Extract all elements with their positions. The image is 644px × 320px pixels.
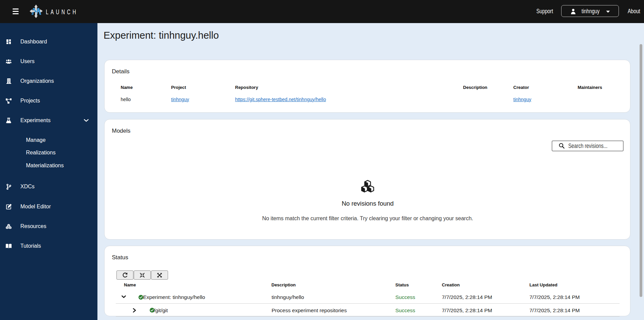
sidebar-subitem-manage[interactable]: Manage	[0, 134, 97, 147]
status-header-creation: Creation	[442, 282, 460, 287]
sidebar-item-model-editor[interactable]: Model Editor	[0, 200, 97, 213]
sidebar-item-dashboard[interactable]: Dashboard	[0, 35, 97, 48]
expand-icon	[157, 272, 162, 278]
user-icon	[570, 8, 576, 14]
models-empty-state: No revisions found No items match the cu…	[105, 119, 631, 240]
status-header-status: Status	[395, 282, 409, 287]
status-row-status: Success	[395, 294, 416, 300]
status-header-last-updated: Last Updated	[530, 282, 557, 287]
edit-icon	[6, 204, 12, 210]
menu-toggle-button[interactable]	[13, 8, 19, 15]
sidebar-subitem-realizations[interactable]: Realizations	[0, 146, 97, 159]
about-link[interactable]: About	[628, 8, 640, 15]
scrollbar-thumb[interactable]	[640, 44, 642, 297]
launch-logo-icon	[29, 4, 43, 18]
sitemap-icon	[6, 98, 12, 104]
cubes-icon	[6, 224, 12, 229]
page-title: Experiment: tinhnguy.hello	[104, 30, 219, 41]
sidebar-item-users[interactable]: Users	[0, 55, 97, 68]
empty-state-title: No revisions found	[105, 200, 631, 207]
sidebar-item-resources[interactable]: Resources	[0, 220, 97, 233]
details-value-project-link[interactable]: tinhnguy	[171, 97, 189, 102]
status-header-description: Description	[272, 282, 296, 287]
expand-all-button[interactable]	[151, 270, 168, 280]
models-card: Models	[104, 119, 630, 240]
status-row-last-updated: 7/7/2025, 2:28:14 PM	[530, 294, 580, 300]
details-header-creator: Creator	[513, 85, 529, 90]
chevron-down-icon	[122, 295, 126, 298]
user-menu-button[interactable]: tinhnguy	[561, 5, 619, 17]
status-row-description: tinhnguy/hello	[272, 294, 304, 300]
details-value-creator-link[interactable]: tinhnguy	[513, 97, 531, 102]
status-row-creation: 7/7/2025, 2:28:14 PM	[442, 294, 492, 300]
status-toolbar	[116, 270, 168, 280]
status-row-name: /git/git	[154, 307, 168, 314]
sidebar-item-experiments[interactable]: Experiments	[0, 114, 97, 127]
status-row-name: Experiment: tinhnguy/hello	[143, 294, 205, 300]
sidebar: Dashboard Users Organizations	[0, 23, 97, 320]
status-row-creation: 7/7/2025, 2:28:14 PM	[442, 307, 492, 314]
collapse-all-button[interactable]	[134, 270, 151, 280]
details-header-maintainers: Maintainers	[578, 85, 602, 90]
details-card-title: Details	[112, 68, 130, 75]
users-icon	[6, 59, 12, 64]
status-card: Status	[104, 246, 630, 316]
book-open-icon	[6, 243, 12, 249]
brand-name: LAUNCH	[46, 8, 78, 15]
hamburger-icon	[13, 8, 19, 10]
row-collapse-button[interactable]	[122, 295, 126, 298]
details-header-repository: Repository	[235, 85, 258, 90]
sidebar-item-xdcs[interactable]: XDCs	[0, 180, 97, 193]
sidebar-subitem-materializations[interactable]: Materializations	[0, 159, 97, 172]
refresh-icon	[122, 272, 128, 278]
row-divider	[116, 303, 620, 304]
top-bar: LAUNCH Support tinhnguy About	[0, 0, 644, 23]
chevron-down-icon	[84, 117, 89, 123]
status-card-title: Status	[112, 254, 128, 261]
boxes-icon	[360, 178, 375, 195]
details-header-description: Description	[463, 85, 487, 90]
row-divider	[116, 316, 620, 317]
empty-state-message: No items match the current filter criter…	[105, 215, 631, 222]
building-icon	[6, 78, 12, 84]
main-content: Experiment: tinhnguy.hello Details Name …	[97, 23, 644, 320]
status-header-name: Name	[124, 282, 136, 287]
sidebar-item-tutorials[interactable]: Tutorials	[0, 240, 97, 252]
status-row-last-updated: 7/7/2025, 2:28:14 PM	[530, 307, 580, 314]
details-header-project: Project	[171, 85, 186, 90]
details-value-name: hello	[121, 97, 131, 102]
refresh-button[interactable]	[116, 270, 133, 280]
flask-icon	[6, 118, 12, 124]
sidebar-item-organizations[interactable]: Organizations	[0, 75, 97, 88]
status-row-description: Process experiment repositories	[272, 307, 347, 314]
dashboard-icon	[6, 39, 12, 45]
details-header-name: Name	[121, 85, 133, 90]
details-card: Details Name Project Repository Descript…	[104, 60, 630, 113]
compress-icon	[140, 272, 145, 278]
code-branch-icon	[6, 184, 12, 190]
caret-down-icon	[606, 11, 610, 13]
user-name: tinhnguy	[582, 8, 600, 15]
support-link[interactable]: Support	[536, 8, 553, 15]
chevron-right-icon	[133, 308, 136, 313]
status-row-status: Success	[395, 307, 416, 314]
sidebar-item-projects[interactable]: Projects	[0, 94, 97, 107]
row-expand-button[interactable]	[133, 308, 136, 313]
success-check-icon	[139, 295, 143, 300]
details-value-repository-link[interactable]: https://git.sphere-testbed.net/tinhnguy/…	[235, 97, 326, 102]
